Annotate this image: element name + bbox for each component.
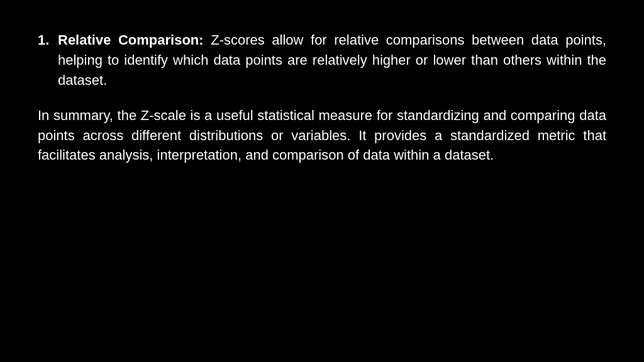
- summary-paragraph: In summary, the Z-scale is a useful stat…: [38, 106, 606, 166]
- list-item-label: Relative Comparison:: [58, 32, 204, 48]
- list-item-1: 1. Relative Comparison: Z-scores allow f…: [38, 30, 606, 90]
- content-area: 1. Relative Comparison: Z-scores allow f…: [0, 0, 644, 190]
- list-number: 1.: [38, 30, 58, 90]
- list-item-content: Relative Comparison: Z-scores allow for …: [58, 30, 606, 90]
